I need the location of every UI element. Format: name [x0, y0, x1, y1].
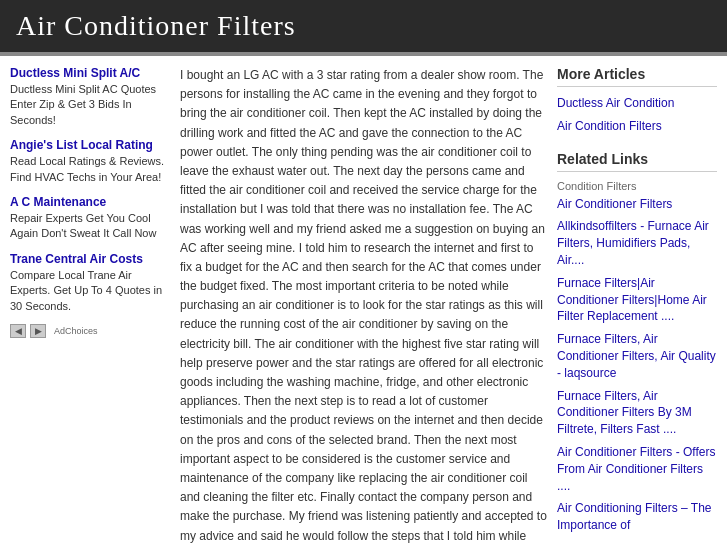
related-link-3[interactable]: Furnace Filters|Air Conditioner Filters|…: [557, 275, 717, 325]
more-articles-section: More Articles Ductless Air Condition Air…: [557, 66, 717, 135]
site-header: Air Conditioner Filters: [0, 0, 727, 52]
main-layout: Ductless Mini Split A/C Ductless Mini Sp…: [0, 56, 727, 545]
related-links-heading: Related Links: [557, 151, 717, 172]
ad-desc-2: Read Local Ratings & Reviews. Find HVAC …: [10, 154, 170, 185]
ad-item-2: Angie's List Local Rating Read Local Rat…: [10, 138, 170, 185]
ad-prev-button[interactable]: ◀: [10, 324, 26, 338]
ad-link-4[interactable]: Trane Central Air Costs: [10, 252, 143, 266]
main-content: I bought an LG AC with a 3 star rating f…: [180, 66, 547, 545]
ad-link-3[interactable]: A C Maintenance: [10, 195, 106, 209]
related-link-1[interactable]: Air Conditioner Filters: [557, 196, 717, 213]
related-link-4[interactable]: Furnace Filters, Air Conditioner Filters…: [557, 331, 717, 381]
ad-link-1[interactable]: Ductless Mini Split A/C: [10, 66, 140, 80]
ad-item-3: A C Maintenance Repair Experts Get You C…: [10, 195, 170, 242]
ad-navigation: ◀ ▶ AdChoices: [10, 324, 170, 338]
ad-choices-label: AdChoices: [54, 326, 98, 336]
related-link-7[interactable]: Air Conditioning Filters – The Importanc…: [557, 500, 717, 534]
right-sidebar: More Articles Ductless Air Condition Air…: [557, 66, 717, 545]
ad-desc-3: Repair Experts Get You Cool Again Don't …: [10, 211, 170, 242]
more-articles-link-2[interactable]: Air Condition Filters: [557, 118, 717, 135]
more-articles-link-1[interactable]: Ductless Air Condition: [557, 95, 717, 112]
ad-desc-4: Compare Local Trane Air Experts. Get Up …: [10, 268, 170, 314]
related-link-5[interactable]: Furnace Filters, Air Conditioner Filters…: [557, 388, 717, 438]
ad-item-1: Ductless Mini Split A/C Ductless Mini Sp…: [10, 66, 170, 128]
more-articles-heading: More Articles: [557, 66, 717, 87]
ad-desc-1: Ductless Mini Split AC Quotes Enter Zip …: [10, 82, 170, 128]
related-links-section: Related Links Condition Filters Air Cond…: [557, 151, 717, 534]
ad-next-button[interactable]: ▶: [30, 324, 46, 338]
ad-link-2[interactable]: Angie's List Local Rating: [10, 138, 153, 152]
site-title: Air Conditioner Filters: [16, 10, 711, 42]
ad-item-4: Trane Central Air Costs Compare Local Tr…: [10, 252, 170, 314]
related-link-6[interactable]: Air Conditioner Filters - Offers From Ai…: [557, 444, 717, 494]
condition-filters-label: Condition Filters: [557, 180, 717, 192]
main-article-text: I bought an LG AC with a 3 star rating f…: [180, 66, 547, 545]
related-link-2[interactable]: Allkindsoffilters - Furnace Air Filters,…: [557, 218, 717, 268]
left-sidebar: Ductless Mini Split A/C Ductless Mini Sp…: [10, 66, 170, 545]
